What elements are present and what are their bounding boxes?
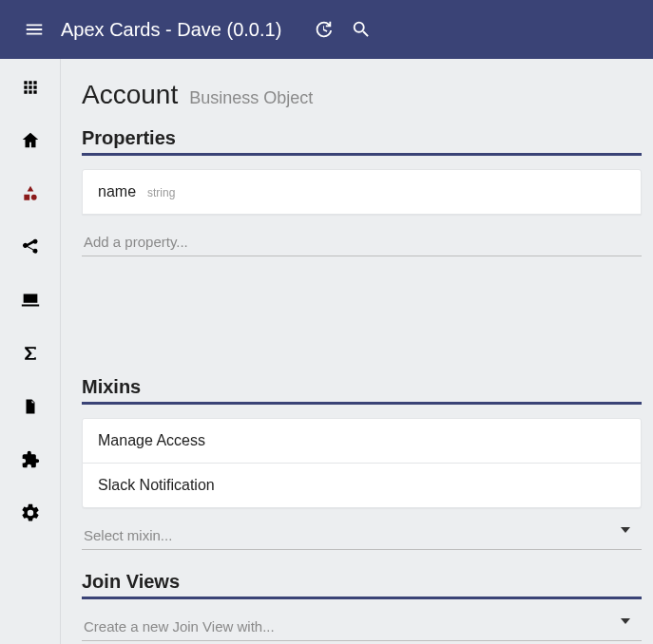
select-mixin-dropdown[interactable] (82, 521, 642, 550)
mixin-row[interactable]: Manage Access (82, 418, 642, 464)
mixin-label: Slack Notification (98, 477, 215, 493)
history-button[interactable] (304, 10, 342, 48)
add-property-input[interactable] (82, 228, 642, 256)
rail-extension[interactable] (11, 446, 49, 473)
rail-settings[interactable] (11, 500, 49, 526)
joinviews-title: Join Views (82, 571, 642, 593)
create-joinview-dropdown[interactable] (82, 613, 642, 641)
menu-icon (24, 19, 45, 40)
laptop-icon (20, 290, 41, 311)
mixins-title: Mixins (82, 376, 642, 398)
rail-file[interactable] (11, 393, 49, 420)
sigma-icon (21, 344, 40, 363)
history-icon (313, 19, 334, 40)
object-type: Business Object (189, 88, 313, 108)
search-button[interactable] (342, 10, 380, 48)
section-divider (82, 597, 642, 599)
rail-apps[interactable] (11, 74, 49, 101)
rail-home[interactable] (11, 127, 49, 154)
mixin-label: Manage Access (98, 432, 205, 448)
section-divider (82, 402, 642, 405)
mixins-section: Mixins Manage Access Slack Notification (82, 376, 642, 550)
property-row[interactable]: name string (82, 169, 642, 215)
sidebar-rail (0, 59, 61, 644)
properties-section: Properties name string (82, 127, 642, 262)
page-header: Account Business Object (82, 80, 642, 110)
create-joinview-input[interactable] (82, 613, 642, 641)
select-mixin-input[interactable] (82, 521, 642, 550)
search-icon (351, 19, 372, 40)
app-bar: Apex Cards - Dave (0.0.1) (0, 0, 653, 59)
rail-sigma[interactable] (11, 340, 49, 367)
property-name: name (98, 183, 136, 200)
properties-title: Properties (82, 127, 642, 149)
apps-icon (21, 78, 40, 97)
shapes-icon (21, 184, 40, 203)
extension-icon (21, 450, 40, 469)
joinviews-section: Join Views (82, 571, 642, 641)
main-content: Account Business Object Properties name … (61, 59, 653, 644)
rail-share[interactable] (11, 234, 49, 260)
mixin-row[interactable]: Slack Notification (82, 463, 642, 508)
section-divider (82, 153, 642, 156)
file-icon (22, 397, 39, 416)
home-icon (20, 130, 41, 151)
share-icon (21, 237, 40, 256)
object-name: Account (82, 80, 178, 110)
rail-laptop[interactable] (11, 287, 49, 313)
rail-shapes[interactable] (11, 180, 49, 207)
app-title: Apex Cards - Dave (0.0.1) (61, 19, 281, 41)
menu-button[interactable] (15, 10, 53, 48)
property-type: string (147, 186, 175, 199)
gear-icon (20, 502, 41, 523)
